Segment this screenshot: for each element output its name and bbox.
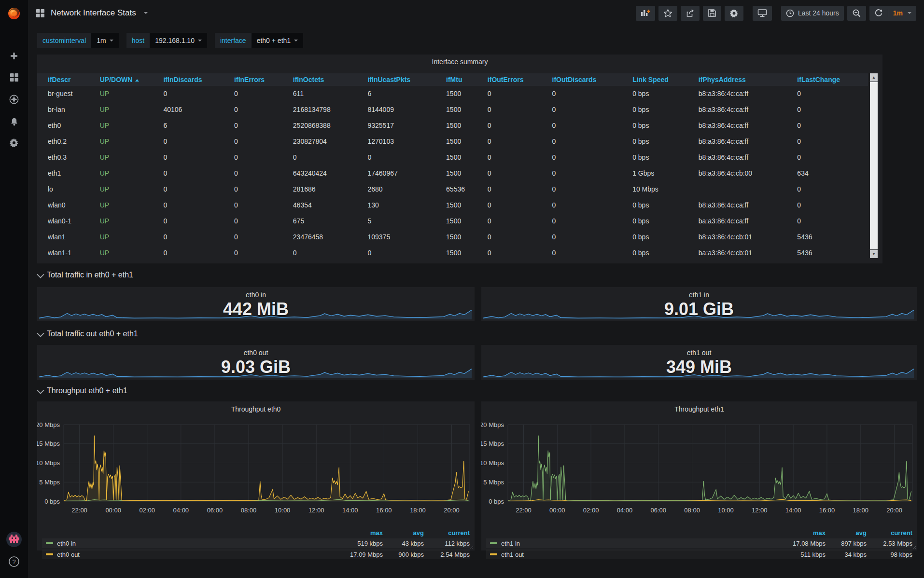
table-cell: 17460967 [367,165,446,181]
table-cell: 0 [797,213,868,229]
sidebar-item-create[interactable] [0,46,28,66]
x-tick-label: 18:00 [853,507,869,514]
column-header-ifPhysAddress[interactable]: ifPhysAddress [699,73,798,86]
table-cell: UP [100,245,164,261]
sidebar-item-help[interactable]: ? [0,552,28,571]
cycle-view-mode-button[interactable] [753,6,772,21]
legend-column-max[interactable]: max [772,529,826,537]
variable-value-dropdown[interactable]: eth0 + eth1 [252,33,303,48]
scrollbar-thumb[interactable] [870,82,878,249]
section-row-throughput[interactable]: Throughput eth0 + eth1 [37,385,127,397]
sidebar-item-alerting[interactable] [0,112,28,131]
stat-panel-eth0-in: eth0 in 442 MiB [37,287,475,321]
time-range-picker[interactable]: Last 24 hours [781,6,844,21]
legend-avg-value: 897 kbps [826,540,867,547]
column-header-ifMtu[interactable]: ifMtu [446,73,488,86]
table-row: wlan1UP00234764581093751500000 bpsb8:a3:… [37,229,868,245]
panel-title[interactable]: eth1 out [481,349,917,357]
legend-current-value: 2.54 Mbps [424,551,470,558]
variable-interface: interfaceeth0 + eth1 [215,33,303,48]
table-cell: 6 [163,118,234,134]
panel-title[interactable]: eth1 in [481,291,917,299]
table-cell: 0 [488,118,552,134]
legend-column-avg[interactable]: avg [826,529,867,537]
panel-title[interactable]: Interface summary [37,58,882,66]
table-cell: 1500 [446,102,488,118]
table-cell: 611 [293,86,368,102]
zoom-out-time-button[interactable] [847,6,866,21]
table-row: eth0.3UP00001500000 bpsb8:a3:86:4c:ca:ff… [37,150,868,165]
x-tick-label: 12:00 [308,507,324,514]
table-cell: UP [100,181,164,197]
variable-value-dropdown[interactable]: 1m [91,33,118,48]
section-row-traffic-in[interactable]: Total traffic in eth0 + eth1 [37,269,133,281]
series-name[interactable]: eth0 out [57,551,80,558]
table-cell: b8:a3:86:4c:ca:ff [699,102,798,118]
series-fill [64,436,468,501]
column-header-ifInOctets[interactable]: ifInOctets [293,73,368,86]
star-dashboard-button[interactable] [658,6,677,21]
table-cell: 0 [234,102,293,118]
column-header-ifInErrors[interactable]: ifInErrors [234,73,293,86]
add-panel-button[interactable] [636,6,655,21]
panel-title[interactable]: Throughput eth0 [37,405,475,413]
legend-current-value: 112 kbps [424,540,470,547]
interface-table: ifDescrUP/DOWNifInDiscardsifInErrorsifIn… [37,73,868,261]
grafana-logo[interactable] [0,3,28,24]
table-cell: 0 bps [632,229,699,245]
section-chevron-icon [37,386,44,394]
refresh-picker[interactable]: 1m [869,6,916,21]
column-header-ifOutDiscards[interactable]: ifOutDiscards [552,73,633,86]
column-header-ifDescr[interactable]: ifDescr [48,73,100,86]
user-avatar[interactable] [0,530,28,549]
share-dashboard-button[interactable] [681,6,700,21]
table-cell: 0 bps [632,118,699,134]
column-header-ifLastChange[interactable]: ifLastChange [797,73,868,86]
table-cell: 0 [293,245,368,261]
save-dashboard-button[interactable] [703,6,721,21]
dashboard-settings-button[interactable] [725,6,743,21]
series-color-swatch[interactable] [46,542,53,544]
series-name[interactable]: eth1 out [501,551,524,558]
x-tick-label: 06:00 [207,507,223,514]
series-color-swatch[interactable] [46,553,53,555]
stat-value: 9.01 GiB [481,299,917,319]
avatar [6,531,22,548]
scroll-up-icon[interactable]: ▲ [870,73,878,82]
legend-avg-value: 34 kbps [826,551,867,558]
panel-title[interactable]: Throughput eth1 [481,405,917,413]
sidebar-item-dashboards[interactable] [0,68,28,87]
variable-value-dropdown[interactable]: 192.168.1.10 [150,33,207,48]
table-cell: 0 [163,165,234,181]
table-cell: 23476458 [293,229,368,245]
scroll-down-icon[interactable]: ▼ [870,250,878,258]
column-header-ifInDiscards[interactable]: ifInDiscards [163,73,234,86]
legend-column-max[interactable]: max [330,529,383,537]
series-color-swatch[interactable] [490,542,497,544]
series-name[interactable]: eth0 in [57,540,76,547]
legend-column-avg[interactable]: avg [383,529,424,537]
dashboard-title-dropdown[interactable]: Network Interface Stats [51,8,148,18]
column-header-UP/DOWN[interactable]: UP/DOWN [100,73,164,86]
column-header-ifInUcastPkts[interactable]: ifInUcastPkts [367,73,446,86]
section-chevron-icon [37,330,44,337]
sidebar-item-configuration[interactable] [0,133,28,152]
sidebar-item-explore[interactable] [0,90,28,109]
legend-column-current[interactable]: current [424,529,470,537]
table-cell: 634 [797,165,868,181]
series-color-swatch[interactable] [490,553,497,555]
stat-panel-eth1-in: eth1 in 9.01 GiB [481,287,917,321]
table-cell: 9325517 [367,118,446,134]
table-cell: 0 [163,213,234,229]
column-header-ifOutErrors[interactable]: ifOutErrors [488,73,552,86]
table-scrollbar[interactable]: ▲ ▼ [870,73,878,258]
table-cell: 675 [293,213,368,229]
panel-title[interactable]: eth0 out [37,349,475,357]
section-row-traffic-out[interactable]: Total traffic out eth0 + eth1 [37,328,138,340]
table-cell: UP [100,118,164,134]
series-name[interactable]: eth1 in [501,540,520,547]
table-cell: 1500 [446,213,488,229]
legend-column-current[interactable]: current [867,529,912,537]
column-header-Link Speed[interactable]: Link Speed [632,73,699,86]
panel-title[interactable]: eth0 in [37,291,475,299]
